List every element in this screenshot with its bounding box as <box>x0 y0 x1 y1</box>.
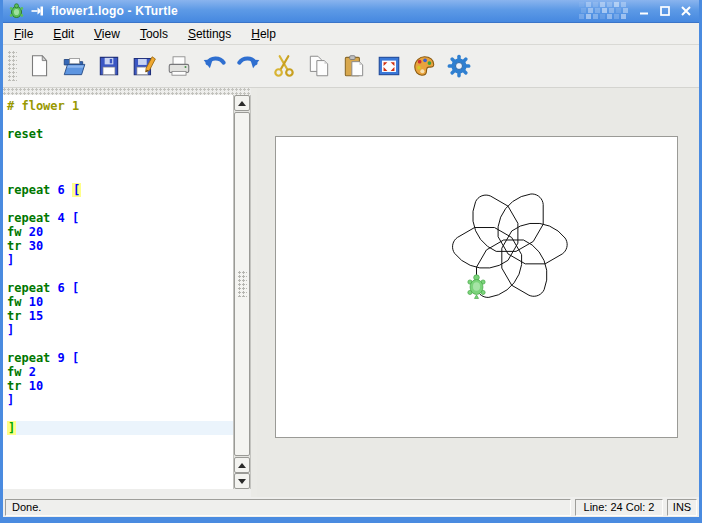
code-line <box>7 141 233 155</box>
editor-view: # flower 1 reset repeat 6 [ repeat 4 [fw… <box>3 95 251 489</box>
code-line: tr 15 <box>7 309 233 323</box>
code-line: repeat 9 [ <box>7 351 233 365</box>
editor-top-grip[interactable] <box>3 88 251 95</box>
full-screen-icon <box>376 53 402 79</box>
full-screen-button[interactable] <box>373 51 404 82</box>
open-folder-icon <box>61 53 87 79</box>
titlebar-pattern <box>579 1 631 21</box>
sticky-pin-button[interactable] <box>30 3 46 19</box>
window-title: flower1.logo - KTurtle <box>51 4 178 18</box>
paste-clipboard-icon <box>341 53 367 79</box>
new-file-icon <box>26 53 52 79</box>
code-line <box>7 267 233 281</box>
triangle-up-icon <box>238 101 246 106</box>
undo-button[interactable] <box>198 51 229 82</box>
print-button[interactable] <box>163 51 194 82</box>
save-as-icon <box>131 53 157 79</box>
turtle-sprite <box>468 275 485 299</box>
print-icon <box>166 53 192 79</box>
scrollbar-track[interactable] <box>234 112 250 456</box>
triangle-up-icon <box>238 463 246 468</box>
color-palette-icon <box>411 53 437 79</box>
code-line: fw 20 <box>7 225 233 239</box>
code-line: tr 30 <box>7 239 233 253</box>
redo-icon <box>236 53 262 79</box>
toolbar-handle[interactable] <box>8 51 17 81</box>
code-line <box>7 197 233 211</box>
code-line <box>7 407 233 421</box>
app-turtle-icon <box>8 3 25 20</box>
menu-view[interactable]: View <box>87 25 127 43</box>
run-button[interactable] <box>443 51 474 82</box>
input-mode-text: INS <box>673 501 691 513</box>
menu-file[interactable]: File <box>7 25 40 43</box>
code-editor[interactable]: # flower 1 reset repeat 6 [ repeat 4 [fw… <box>3 95 233 489</box>
code-line: tr 10 <box>7 379 233 393</box>
scroll-up-button-2[interactable] <box>234 457 250 473</box>
cut-scissors-icon <box>271 53 297 79</box>
scroll-up-button[interactable] <box>234 95 250 111</box>
code-line <box>7 169 233 183</box>
save-icon <box>96 53 122 79</box>
status-message-text: Done. <box>12 501 41 513</box>
code-line: fw 10 <box>7 295 233 309</box>
code-line: reset <box>7 127 233 141</box>
code-line: repeat 6 [ <box>7 281 233 295</box>
paste-button[interactable] <box>338 51 369 82</box>
cursor-position-text: Line: 24 Col: 2 <box>584 501 655 513</box>
run-gear-icon <box>446 53 472 79</box>
menubar: File Edit View Tools Settings Help <box>3 23 699 45</box>
close-button[interactable] <box>678 3 694 19</box>
copy-icon <box>306 53 332 79</box>
pin-icon <box>31 5 45 17</box>
titlebar[interactable]: flower1.logo - KTurtle <box>3 0 699 23</box>
scrollbar-grip-icon <box>238 271 247 297</box>
minimize-button[interactable] <box>636 3 652 19</box>
statusbar: Done. Line: 24 Col: 2 INS <box>3 497 699 517</box>
status-input-mode: INS <box>667 499 697 516</box>
code-editor-panel: # flower 1 reset repeat 6 [ repeat 4 [fw… <box>3 88 251 497</box>
cut-button[interactable] <box>268 51 299 82</box>
code-line: ] <box>7 253 233 267</box>
code-line <box>7 337 233 351</box>
code-line: ] <box>7 323 233 337</box>
code-line <box>7 155 233 169</box>
redo-button[interactable] <box>233 51 264 82</box>
menu-tools[interactable]: Tools <box>133 25 175 43</box>
maximize-icon <box>659 5 671 17</box>
code-line: repeat 4 [ <box>7 211 233 225</box>
code-line: repeat 6 [ <box>7 183 233 197</box>
scroll-down-button[interactable] <box>234 473 250 489</box>
code-line: ] <box>7 393 233 407</box>
code-line <box>7 113 233 127</box>
editor-vertical-scrollbar <box>233 95 250 489</box>
status-cursor-position: Line: 24 Col: 2 <box>575 499 663 516</box>
main-area: # flower 1 reset repeat 6 [ repeat 4 [fw… <box>3 88 699 497</box>
menu-help[interactable]: Help <box>244 25 283 43</box>
close-icon <box>680 5 692 17</box>
menu-edit[interactable]: Edit <box>46 25 81 43</box>
maximize-button[interactable] <box>657 3 673 19</box>
turtle-canvas <box>275 136 678 438</box>
canvas-panel <box>257 88 699 497</box>
code-line: # flower 1 <box>7 99 233 113</box>
main-toolbar <box>3 45 699 88</box>
undo-icon <box>201 53 227 79</box>
open-file-button[interactable] <box>58 51 89 82</box>
color-picker-button[interactable] <box>408 51 439 82</box>
save-as-button[interactable] <box>128 51 159 82</box>
code-line: fw 2 <box>7 365 233 379</box>
menu-settings[interactable]: Settings <box>181 25 238 43</box>
copy-button[interactable] <box>303 51 334 82</box>
triangle-down-icon <box>238 479 246 484</box>
minimize-icon <box>638 5 650 17</box>
code-line: ] <box>7 421 233 435</box>
status-message: Done. <box>5 499 571 516</box>
turtle-drawing <box>276 137 677 437</box>
new-file-button[interactable] <box>23 51 54 82</box>
scrollbar-thumb[interactable] <box>234 112 250 456</box>
save-button[interactable] <box>93 51 124 82</box>
kturtle-window: flower1.logo - KTurtle File Edit View To… <box>0 0 702 523</box>
